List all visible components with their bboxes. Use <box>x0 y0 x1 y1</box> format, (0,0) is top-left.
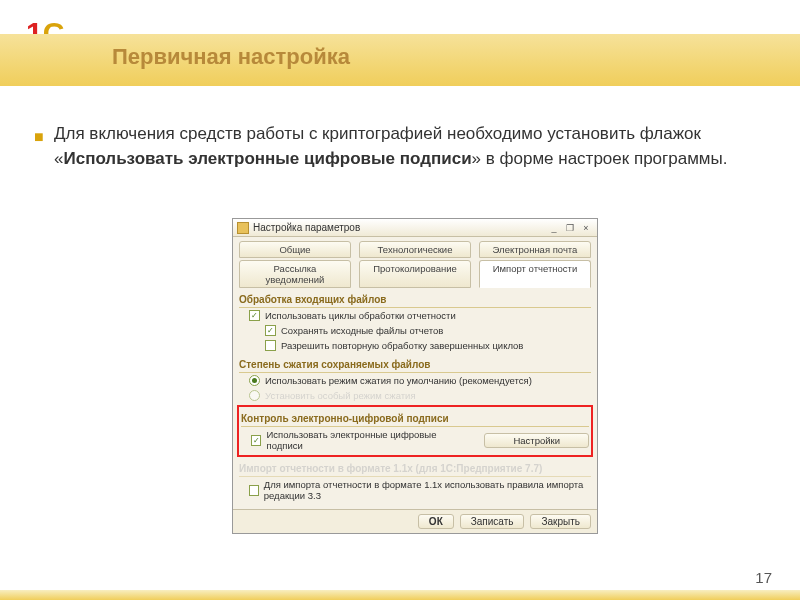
radio-default-compress[interactable] <box>249 375 260 386</box>
settings-button[interactable]: Настройки <box>484 433 589 448</box>
tab-tech[interactable]: Технологические <box>359 241 471 258</box>
radio-custom-compress[interactable] <box>249 390 260 401</box>
restore-button[interactable]: ❐ <box>563 222 577 234</box>
page-number: 17 <box>755 569 772 586</box>
dialog-icon <box>237 222 249 234</box>
opt-import-33-label: Для импорта отчетности в формате 1.1x ис… <box>264 479 591 501</box>
checkbox-import-33[interactable] <box>249 485 259 496</box>
opt-default-compress-label: Использовать режим сжатия по умолчанию (… <box>265 375 532 386</box>
opt-save-src-label: Сохранять исходные файлы отчетов <box>281 325 443 336</box>
bullet-icon: ■ <box>34 128 44 146</box>
body-text: Для включения средств работы с криптогра… <box>54 122 760 171</box>
checkbox-reprocess[interactable] <box>265 340 276 351</box>
close-dialog-button[interactable]: Закрыть <box>530 514 591 529</box>
save-button[interactable]: Записать <box>460 514 525 529</box>
footer-band <box>0 590 800 600</box>
checkbox-save-src[interactable]: ✓ <box>265 325 276 336</box>
body-post: » в форме настроек программы. <box>472 149 728 168</box>
tab-email[interactable]: Электронная почта <box>479 241 591 258</box>
tab-log[interactable]: Протоколирование <box>359 260 471 288</box>
highlight-signature-box: Контроль электронно-цифровой подписи ✓ И… <box>237 405 593 457</box>
section-import11x: Импорт отчетности в формате 1.1x (для 1С… <box>239 459 591 477</box>
tab-notify[interactable]: Рассылка уведомлений <box>239 260 351 288</box>
dialog-title: Настройка параметров <box>253 222 360 233</box>
opt-reprocess-label: Разрешить повторную обработку завершенны… <box>281 340 523 351</box>
checkbox-cycles[interactable]: ✓ <box>249 310 260 321</box>
opt-custom-compress-label: Установить особый режим сжатия <box>265 390 416 401</box>
opt-cycles-label: Использовать циклы обработки отчетности <box>265 310 456 321</box>
ok-button[interactable]: ОК <box>418 514 454 529</box>
tab-import[interactable]: Импорт отчетности <box>479 260 591 288</box>
slide-title: Первичная настройка <box>112 44 350 70</box>
close-button[interactable]: × <box>579 222 593 234</box>
tab-general[interactable]: Общие <box>239 241 351 258</box>
section-compress: Степень сжатия сохраняемых файлов <box>239 355 591 373</box>
checkbox-use-signature[interactable]: ✓ <box>251 435 261 446</box>
settings-dialog: Настройка параметров _ ❐ × Общие Техноло… <box>232 218 598 534</box>
dialog-titlebar: Настройка параметров _ ❐ × <box>233 219 597 237</box>
section-signature: Контроль электронно-цифровой подписи <box>241 409 589 427</box>
body-bold: Использовать электронные цифровые подпис… <box>63 149 471 168</box>
dialog-footer: ОК Записать Закрыть <box>233 509 597 533</box>
opt-use-signature-label: Использовать электронные цифровые подпис… <box>266 429 463 451</box>
minimize-button[interactable]: _ <box>547 222 561 234</box>
section-incoming: Обработка входящих файлов <box>239 290 591 308</box>
